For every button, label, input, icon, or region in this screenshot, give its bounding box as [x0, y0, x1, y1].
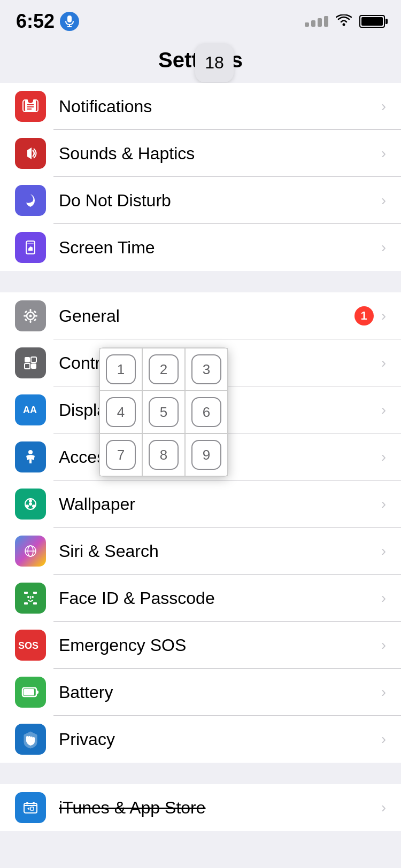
chevron-notifications: ›: [381, 98, 386, 115]
status-right: [305, 13, 385, 30]
general-label: General: [59, 306, 354, 326]
battery-label: Battery: [59, 683, 381, 702]
row-itunes[interactable]: iTunes & App Store ›: [0, 784, 401, 831]
row-general[interactable]: General 1 ›: [0, 292, 401, 339]
chevron-dnd: ›: [381, 192, 386, 209]
svg-rect-49: [36, 691, 38, 694]
svg-point-32: [29, 499, 32, 502]
row-siri[interactable]: Siri & Search ›: [0, 528, 401, 575]
popup-number-9[interactable]: 9: [191, 440, 221, 470]
signal-icon: [305, 16, 328, 27]
status-bar: 6:52: [0, 0, 401, 43]
sos-label: Emergency SOS: [59, 636, 381, 655]
popup-cell-3[interactable]: 3: [185, 348, 228, 391]
svg-point-44: [32, 596, 34, 598]
svg-rect-27: [25, 363, 30, 369]
row-privacy[interactable]: Privacy ›: [0, 716, 401, 763]
svg-rect-24: [34, 319, 37, 322]
popup-cell-2[interactable]: 2: [142, 348, 185, 391]
screentime-label: Screen Time: [59, 238, 381, 258]
siri-label: Siri & Search: [59, 541, 381, 561]
popup-number-4[interactable]: 4: [106, 397, 136, 427]
general-icon: [15, 300, 46, 331]
popup-number-8[interactable]: 8: [149, 440, 179, 470]
chevron-itunes: ›: [381, 799, 386, 816]
popup-number-1[interactable]: 1: [106, 354, 136, 384]
control-icon: [15, 347, 46, 378]
screentime-icon: [15, 232, 46, 263]
svg-rect-26: [31, 357, 36, 362]
svg-rect-51: [26, 802, 28, 804]
svg-point-16: [29, 315, 32, 317]
row-notifications[interactable]: Notifications ›: [0, 83, 401, 130]
svg-point-35: [29, 502, 32, 506]
svg-marker-12: [27, 148, 32, 159]
row-battery[interactable]: Battery ›: [0, 669, 401, 716]
dnd-label: Do Not Disturb: [59, 191, 381, 211]
status-time: 6:52: [16, 10, 79, 33]
faceid-icon: [15, 583, 46, 614]
popup-cell-6[interactable]: 6: [185, 391, 228, 433]
section-1: Notifications › Sounds & Haptics › Do No…: [0, 83, 401, 271]
svg-point-34: [32, 505, 35, 508]
svg-rect-52: [33, 802, 35, 804]
time-display: 6:52: [16, 10, 55, 33]
svg-rect-0: [67, 15, 72, 22]
popup-cell-9[interactable]: 9: [185, 433, 228, 476]
section-3: iTunes & App Store ›: [0, 784, 401, 831]
page-header: Settings 18: [0, 43, 401, 83]
chevron-general: ›: [381, 307, 386, 324]
svg-rect-17: [30, 309, 32, 312]
chevron-screentime: ›: [381, 239, 386, 256]
row-faceid[interactable]: Face ID & Passcode ›: [0, 575, 401, 622]
popup-cell-8[interactable]: 8: [142, 433, 185, 476]
section-gap-1: [0, 271, 401, 292]
faceid-label: Face ID & Passcode: [59, 588, 381, 608]
section-gap-2: [0, 763, 401, 784]
chevron-accessibility: ›: [381, 448, 386, 466]
itunes-icon: [15, 792, 46, 823]
svg-point-8: [28, 98, 33, 103]
siri-icon: [15, 536, 46, 567]
svg-rect-19: [24, 315, 26, 317]
chevron-control: ›: [381, 354, 386, 371]
svg-text:SOS: SOS: [18, 640, 38, 651]
row-dnd[interactable]: Do Not Disturb ›: [0, 177, 401, 224]
accessibility-icon: [15, 441, 46, 472]
notifications-label: Notifications: [59, 97, 381, 117]
svg-rect-14: [27, 243, 34, 244]
popup-number-5[interactable]: 5: [149, 397, 179, 427]
popup-cell-4[interactable]: 4: [99, 391, 142, 433]
svg-rect-41: [24, 602, 28, 604]
popup-cell-7[interactable]: 7: [99, 433, 142, 476]
popup-number-7[interactable]: 7: [106, 440, 136, 470]
wallpaper-icon: [15, 489, 46, 520]
popup-number-3[interactable]: 3: [191, 354, 221, 384]
svg-rect-22: [34, 311, 37, 314]
popup-cell-5[interactable]: 5: [142, 391, 185, 433]
row-wallpaper[interactable]: Wallpaper ›: [0, 480, 401, 528]
svg-point-43: [27, 596, 29, 598]
svg-rect-53: [30, 807, 34, 810]
svg-rect-40: [33, 592, 37, 594]
svg-rect-18: [30, 320, 32, 323]
svg-rect-20: [35, 315, 37, 317]
sounds-label: Sounds & Haptics: [59, 144, 381, 164]
row-screentime[interactable]: Screen Time ›: [0, 224, 401, 271]
svg-point-3: [343, 24, 345, 26]
battery-icon: [359, 15, 385, 28]
svg-rect-25: [25, 357, 30, 362]
svg-rect-23: [25, 319, 28, 322]
row-sounds[interactable]: Sounds & Haptics ›: [0, 130, 401, 177]
chevron-battery: ›: [381, 684, 386, 701]
popup-number-6[interactable]: 6: [191, 397, 221, 427]
wallpaper-label: Wallpaper: [59, 494, 381, 514]
popup-cell-1[interactable]: 1: [99, 348, 142, 391]
svg-point-33: [26, 505, 29, 508]
chevron-display: ›: [381, 401, 386, 418]
battery-row-icon: [15, 677, 46, 708]
svg-rect-48: [24, 689, 34, 695]
privacy-label: Privacy: [59, 730, 381, 749]
row-sos[interactable]: SOS Emergency SOS ›: [0, 622, 401, 669]
popup-number-2[interactable]: 2: [149, 354, 179, 384]
